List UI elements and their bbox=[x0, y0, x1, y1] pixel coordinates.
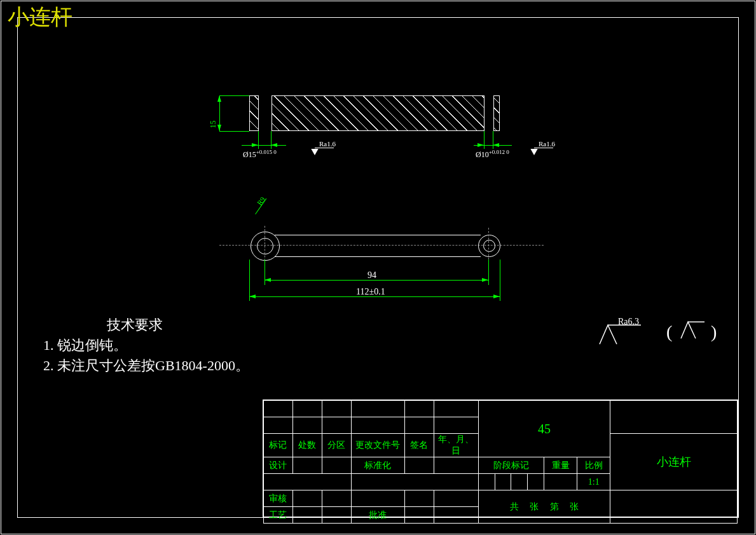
left-inner-circle bbox=[257, 238, 273, 254]
roughness-line bbox=[315, 148, 334, 148]
ra-left: Ra1.6 bbox=[319, 140, 336, 148]
right-inner-circle bbox=[483, 240, 495, 252]
part-name-cell: 小连杆 bbox=[610, 434, 738, 490]
hdr-stage: 阶段标记 bbox=[478, 457, 544, 474]
sheet-di: 第 bbox=[550, 502, 559, 511]
paren-open: ( bbox=[666, 322, 672, 342]
dia-value: Ø10 bbox=[476, 150, 489, 159]
requirement-2: 2. 未注尺寸公差按GB1804-2000。 bbox=[43, 356, 249, 375]
ext-line bbox=[484, 131, 485, 149]
arrow-icon bbox=[265, 278, 271, 282]
dim-line-94 bbox=[265, 280, 488, 281]
hdr-sign: 签名 bbox=[404, 434, 434, 457]
paren-close: ) bbox=[711, 322, 717, 342]
link-body bbox=[275, 235, 481, 257]
ext-line bbox=[500, 260, 500, 301]
section-bore-right bbox=[484, 95, 494, 131]
dim-right-dia: Ø10+0.012 0 bbox=[476, 149, 509, 160]
dim-height: 15 bbox=[209, 121, 218, 129]
arrow-icon bbox=[478, 143, 484, 147]
sheet-zhang1: 张 bbox=[530, 502, 539, 511]
ext-line bbox=[219, 95, 249, 96]
drawing-title: 小连杆 bbox=[8, 3, 72, 32]
row-standard: 标准化 bbox=[351, 457, 404, 474]
row-process: 工艺 bbox=[264, 507, 293, 524]
requirement-1: 1. 锐边倒钝。 bbox=[43, 336, 127, 355]
arrow-icon bbox=[252, 143, 258, 147]
centerline-v bbox=[265, 226, 265, 264]
ext-line bbox=[219, 131, 249, 132]
hdr-docno: 更改文件号 bbox=[351, 434, 404, 457]
dia-tol: +0.015 0 bbox=[256, 149, 277, 155]
arrow-icon bbox=[217, 125, 221, 131]
roughness-icon bbox=[311, 149, 318, 155]
ext-line bbox=[258, 131, 259, 149]
hdr-scale: 比例 bbox=[577, 457, 610, 474]
row-review: 审核 bbox=[264, 490, 293, 507]
sheet-info: 共 张 第 张 bbox=[478, 490, 610, 524]
arrow-icon bbox=[217, 95, 221, 102]
arrow-icon bbox=[482, 278, 488, 282]
dim-overall-len: 112±0.1 bbox=[356, 287, 385, 297]
requirements-header: 技术要求 bbox=[107, 316, 163, 335]
dia-value: Ø15 bbox=[243, 150, 256, 159]
ext-line bbox=[488, 260, 489, 285]
dim-center-dist: 94 bbox=[368, 270, 376, 281]
arrow-icon bbox=[271, 143, 277, 147]
ra-right: Ra1.6 bbox=[539, 140, 555, 148]
hdr-zone: 分区 bbox=[322, 434, 351, 457]
arrow-icon bbox=[493, 143, 499, 147]
dim-left-dia: Ø15+0.015 0 bbox=[243, 149, 277, 160]
scale-value: 1:1 bbox=[577, 474, 610, 490]
row-approve: 批准 bbox=[351, 507, 404, 524]
arrow-icon bbox=[249, 295, 256, 298]
section-view-hatch bbox=[249, 95, 500, 131]
row-design: 设计 bbox=[264, 457, 293, 474]
material-cell: 45 bbox=[478, 401, 610, 457]
roughness-icon bbox=[530, 149, 537, 155]
sheet-gong: 共 bbox=[510, 502, 519, 511]
sheet-zhang2: 张 bbox=[570, 502, 579, 511]
centerline-v bbox=[488, 228, 489, 263]
roughness-line bbox=[534, 148, 553, 148]
hdr-mark: 标记 bbox=[264, 434, 293, 457]
arrow-icon bbox=[493, 295, 500, 298]
dia-tol: +0.012 0 bbox=[489, 149, 509, 155]
hdr-count: 处数 bbox=[292, 434, 322, 457]
hdr-weight: 重量 bbox=[544, 457, 577, 474]
dim-line bbox=[242, 145, 286, 146]
check-roughness-icon bbox=[679, 319, 707, 344]
title-block: 45 标记 处数 分区 更改文件号 签名 年、月、日 小连杆 设计 标准化 阶段… bbox=[263, 400, 738, 517]
section-bore-left bbox=[258, 95, 272, 131]
hdr-date: 年、月、日 bbox=[434, 434, 478, 457]
general-ra-value: Ra6.3 bbox=[618, 317, 639, 327]
